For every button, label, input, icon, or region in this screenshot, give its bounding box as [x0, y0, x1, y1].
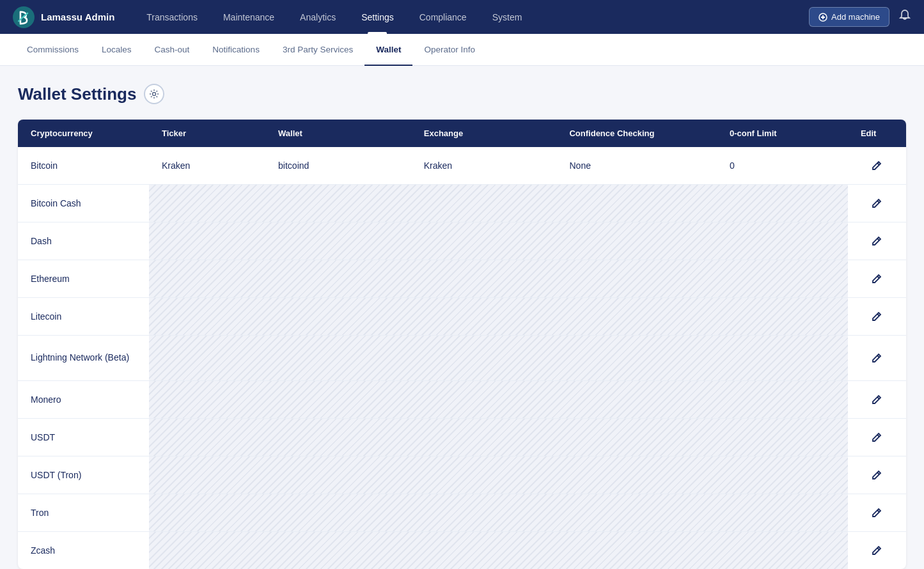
page-content: Wallet Settings Cryptocurrency Ticker Wa…	[0, 66, 924, 569]
cell-crypto: Tron	[18, 497, 149, 528]
subnav-wallet[interactable]: Wallet	[364, 34, 412, 66]
edit-icon[interactable]	[872, 432, 882, 442]
subnav-operator-info[interactable]: Operator Info	[412, 34, 487, 66]
nav-links: Transactions Maintenance Analytics Setti…	[134, 0, 809, 34]
brand-logo[interactable]: Lamassu Admin	[13, 6, 114, 28]
col-ticker: Ticker	[149, 120, 265, 147]
nav-maintenance[interactable]: Maintenance	[210, 0, 287, 34]
edit-icon[interactable]	[872, 470, 882, 480]
table-row: Tron	[18, 494, 906, 532]
nav-compliance[interactable]: Compliance	[407, 0, 480, 34]
cell-crypto: USDT (Tron)	[18, 460, 149, 490]
cell-edit	[848, 147, 906, 185]
table-header-row: Cryptocurrency Ticker Wallet Exchange Co…	[18, 120, 906, 147]
brand-name: Lamassu Admin	[41, 12, 114, 22]
table-row: USDT	[18, 419, 906, 456]
table-row: Dash	[18, 222, 906, 260]
add-machine-button[interactable]: Add machine	[809, 7, 889, 27]
nav-settings[interactable]: Settings	[348, 0, 407, 34]
sub-navigation: Commissions Locales Cash-out Notificatio…	[0, 34, 924, 66]
edit-icon[interactable]	[872, 274, 882, 284]
col-cryptocurrency: Cryptocurrency	[18, 120, 149, 147]
svg-line-13	[877, 472, 879, 474]
cell-crypto: Zcash	[18, 535, 149, 566]
svg-line-7	[877, 238, 879, 240]
wallet-settings-table: Cryptocurrency Ticker Wallet Exchange Co…	[18, 120, 906, 569]
page-title: Wallet Settings	[18, 84, 136, 104]
col-zeroconf: 0-conf Limit	[717, 120, 848, 147]
nav-transactions[interactable]: Transactions	[134, 0, 210, 34]
cell-ticker: Kraken	[149, 147, 265, 185]
cell-crypto: Lightning Network (Beta)	[18, 341, 149, 375]
table-row: Zcash	[18, 532, 906, 570]
cell-crypto: USDT	[18, 422, 149, 453]
nav-analytics[interactable]: Analytics	[287, 0, 348, 34]
cell-crypto: Litecoin	[18, 301, 149, 332]
cell-exchange: Kraken	[411, 147, 557, 185]
top-navigation: Lamassu Admin Transactions Maintenance A…	[0, 0, 924, 34]
svg-line-10	[877, 355, 879, 357]
svg-line-14	[877, 510, 879, 512]
cell-crypto: Monero	[18, 384, 149, 415]
edit-icon[interactable]	[872, 394, 882, 405]
col-exchange: Exchange	[411, 120, 557, 147]
table-row: Bitcoin Kraken bitcoind Kraken None	[18, 147, 906, 185]
cell-crypto: Ethereum	[18, 263, 149, 294]
svg-line-11	[877, 397, 879, 399]
cell-crypto: Dash	[18, 226, 149, 256]
table-row: Monero	[18, 381, 906, 419]
table-row: Lightning Network (Beta)	[18, 336, 906, 381]
table-row: Ethereum	[18, 260, 906, 298]
notification-bell-icon[interactable]	[898, 9, 911, 25]
table-row: Litecoin	[18, 298, 906, 336]
subnav-notifications[interactable]: Notifications	[201, 34, 271, 66]
col-wallet: Wallet	[265, 120, 411, 147]
gear-settings-button[interactable]	[144, 84, 164, 104]
edit-icon[interactable]	[872, 160, 882, 171]
edit-icon[interactable]	[872, 353, 882, 363]
cell-confidence: None	[556, 147, 716, 185]
svg-line-15	[877, 548, 879, 550]
svg-point-4	[153, 93, 156, 96]
nav-system[interactable]: System	[480, 0, 535, 34]
brand-icon	[13, 6, 35, 28]
table-row: USDT (Tron)	[18, 456, 906, 494]
svg-line-6	[877, 201, 879, 203]
subnav-locales[interactable]: Locales	[90, 34, 143, 66]
edit-icon[interactable]	[872, 236, 882, 246]
edit-icon[interactable]	[872, 508, 882, 518]
table-row: Bitcoin Cash	[18, 185, 906, 222]
cell-zeroconf: 0	[717, 147, 848, 185]
col-edit: Edit	[848, 120, 906, 147]
cell-wallet: bitcoind	[265, 147, 411, 185]
subnav-3rd-party[interactable]: 3rd Party Services	[271, 34, 364, 66]
subnav-cashout[interactable]: Cash-out	[143, 34, 201, 66]
cell-crypto: Bitcoin	[18, 147, 149, 185]
col-confidence: Confidence Checking	[556, 120, 716, 147]
svg-line-12	[877, 435, 879, 437]
svg-line-8	[877, 276, 879, 278]
gear-icon	[149, 89, 159, 99]
subnav-commissions[interactable]: Commissions	[15, 34, 90, 66]
edit-icon[interactable]	[872, 311, 882, 322]
plus-icon	[818, 13, 827, 22]
svg-line-5	[877, 163, 879, 165]
cell-crypto: Bitcoin Cash	[18, 188, 149, 219]
svg-line-9	[877, 314, 879, 316]
edit-icon[interactable]	[872, 545, 882, 556]
page-title-row: Wallet Settings	[18, 84, 906, 104]
edit-icon[interactable]	[872, 198, 882, 208]
nav-right: Add machine	[809, 7, 911, 27]
